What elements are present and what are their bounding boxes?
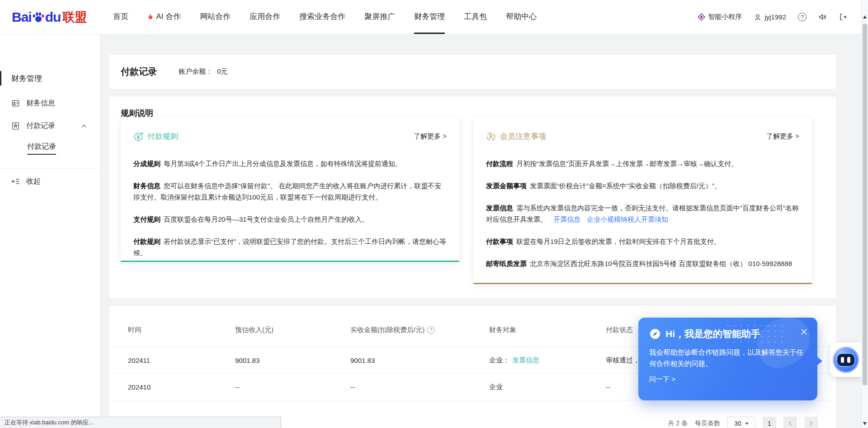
nav-item-toolkit[interactable]: 工具包 [464,0,487,34]
next-page-button[interactable] [804,417,818,428]
prev-page-button[interactable] [783,417,797,428]
cell-actual: 9001.83 [350,357,489,364]
rules-section-title: 规则说明 [121,108,825,119]
assistant-popup: Hi，我是您的智能助手 我会帮助您诊断合作链路问题，以及解答您关于任何合作相关的… [638,318,817,400]
logout-icon[interactable] [839,13,847,21]
sidebar-subitem-label: 付款记录 [27,142,56,155]
nav-label: 搜索业务合作 [299,11,345,22]
assistant-title: Hi，我是您的智能助手 [665,328,760,340]
payment-rules-more-link[interactable]: 了解更多 > [414,132,447,141]
main-menu: 首页 AI 合作 网站合作 应用合作 搜索业务合作 聚屏推广 财务管理 工具包 … [113,0,537,34]
cell-estimated: 9001.83 [235,357,350,364]
sidebar-item-finance-info[interactable]: 财务信息 [0,92,99,114]
payment-rules-title: 付款规则 [147,131,178,142]
user-account[interactable]: jyj1992 [754,13,786,21]
sidebar-title-label: 财务管理 [11,73,42,84]
nav-label: AI 合作 [156,11,181,22]
nav-right-tools: 智能小程序 jyj1992 ? [698,0,856,34]
rule-label: 发票信息 [486,204,513,212]
member-notes-title: 会员注意事项 [500,131,546,142]
nav-item-website-coop[interactable]: 网站合作 [200,0,231,34]
member-notes-icon [486,132,496,142]
nav-item-screen-promo[interactable]: 聚屏推广 [364,0,395,34]
sidebar-item-label: 财务信息 [26,99,55,108]
sound-icon[interactable] [818,13,827,21]
status-text: 正在等待 xlab.baidu.com 的响应... [5,418,94,427]
scrollbar-up-icon[interactable] [863,15,867,19]
nav-item-ai-coop[interactable]: AI 合作 [147,0,181,34]
member-notes-more-link[interactable]: 了解更多 > [766,132,799,141]
help-icon[interactable]: ? [798,13,807,21]
balance-value: 0元 [217,67,227,76]
invoice-info-table-link[interactable]: 发票信息 [512,356,539,365]
sidebar-item-payment-records[interactable]: 付款记录 [0,114,99,137]
rule-text: 若付款状态显示“已支付”，说明联盟已安排了您的付款。支付后三个工作日内到帐，请您… [133,238,446,257]
rule-paragraph: 分成规则每月第3或4个工作日产出上月分成信息及发票信息，如有特殊情况将提前通知。 [133,158,447,169]
ask-now-link[interactable]: 问一下 > [649,375,807,384]
sidebar-subitem-payment-records[interactable]: 付款记录 [0,137,99,160]
rule-label: 财务信息 [133,182,160,190]
collapse-label: 收起 [26,177,41,186]
scrollbar-down-icon[interactable] [863,422,867,425]
invoice-info-link[interactable]: 开票信息 [553,215,580,223]
sidebar: 财务管理 财务信息 付款记录 付款记录 收起 [0,34,99,428]
rule-text: 每月第3或4个工作日产出上月分成信息及发票信息，如有特殊情况将提前通知。 [164,160,402,167]
cell-actual: -- [350,383,489,391]
small-taxpayer-invoice-link[interactable]: 企业小规模纳税人开票须知 [587,215,668,223]
account-balance: 账户余额： 0元 [179,67,227,76]
rule-paragraph: 邮寄纸质发票北京市海淀区西北旺东路10号院百度科技园5号楼 百度联盟财务组（收）… [486,258,799,269]
rule-paragraph: 付款流程月初按“发票信息”页面开具发票→上传发票→邮寄发票→审核→确认支付。 [486,158,799,169]
robot-icon [833,347,859,373]
per-page-select[interactable]: 30 [727,417,755,428]
assistant-launcher-button[interactable] [830,342,861,377]
nav-label: 首页 [113,11,128,22]
assistant-message: 我会帮助您诊断合作链路问题，以及解答您关于任何合作相关的问题。 [649,347,808,369]
rule-text: 北京市海淀区西北旺东路10号院百度科技园5号楼 百度联盟财务组（收） 010-5… [530,260,792,267]
cell-estimated: -- [235,383,350,391]
cell-time: 202410 [128,383,235,391]
nav-item-finance[interactable]: 财务管理 [414,0,445,34]
nav-label: 工具包 [464,11,487,22]
sidebar-collapse-button[interactable]: 收起 [0,169,99,194]
col-header-actual-amount: 实收金额(扣除税费后/元)? [350,326,489,334]
nav-item-app-coop[interactable]: 应用合作 [250,0,280,34]
baidu-union-logo[interactable]: Bai du 联盟 [12,0,87,34]
info-icon[interactable]: ? [427,326,435,334]
cell-finance-target: 企业： 发票信息 [489,356,606,365]
rule-paragraph: 付款规则若付款状态显示“已支付”，说明联盟已安排了您的付款。支付后三个工作日内到… [133,236,447,258]
nav-item-help-center[interactable]: 帮助中心 [506,0,537,34]
logo-text-union: 联盟 [62,9,87,25]
total-count-label: 共 2 条 [668,419,688,428]
robot-eye [841,357,844,363]
cell-time: 202411 [128,357,235,364]
baidu-union-finance-page: Bai du 联盟 首页 AI 合作 网站合作 应用合作 搜索业务合作 聚屏推广… [0,0,868,428]
nav-item-home[interactable]: 首页 [113,0,128,34]
miniapp-label: 智能小程序 [708,13,742,21]
rule-paragraph: 发票金额事项发票票面“价税合计”金额=系统中“实收金额（扣除税费后/元）”。 [486,180,799,191]
top-nav: Bai du 联盟 首页 AI 合作 网站合作 应用合作 搜索业务合作 聚屏推广… [0,0,868,34]
sidebar-item-label: 付款记录 [26,121,55,131]
rule-text: 百度联盟会在每月20号—31号支付企业会员上个自然月产生的收入。 [164,215,368,223]
payment-rules-panel: 付款规则 了解更多 > 分成规则每月第3或4个工作日产出上月分成信息及发票信息，… [121,118,459,262]
smart-miniapp-entry[interactable]: 智能小程序 [698,13,742,21]
baidu-paw-icon [32,11,45,23]
col-header-estimated-income: 预估收入(元) [235,326,350,334]
collapse-icon [11,178,20,185]
rule-text: 您可以在财务信息中选择“保留付款”。 在此期间您产生的收入将在账户内进行累计，联… [133,182,441,201]
sidebar-section-title: 财务管理 [0,69,99,87]
scrollbar-thumb[interactable] [863,24,867,385]
nav-label: 财务管理 [414,11,445,22]
pagination: 共 2 条 每页条数 30 1 [668,417,818,428]
page-scrollbar[interactable] [861,0,868,428]
close-icon[interactable] [801,328,807,335]
member-notes-panel: 会员注意事项 了解更多 > 付款流程月初按“发票信息”页面开具发票→上传发票→邮… [473,118,812,284]
rule-label: 支付规则 [133,215,160,223]
rule-paragraph: 财务信息您可以在财务信息中选择“保留付款”。 在此期间您产生的收入将在账户内进行… [133,180,447,203]
nav-item-search-coop[interactable]: 搜索业务合作 [299,0,345,34]
page-number-button[interactable]: 1 [763,417,776,428]
nav-label: 应用合作 [250,11,280,22]
rule-paragraph: 付款事项联盟在每月19日之后签收的发票，付款时间安排在下个月首批支付。 [486,236,799,247]
logo-text-du: du [45,10,61,25]
chevron-up-icon [81,124,87,128]
rule-label: 邮寄纸质发票 [486,260,527,267]
